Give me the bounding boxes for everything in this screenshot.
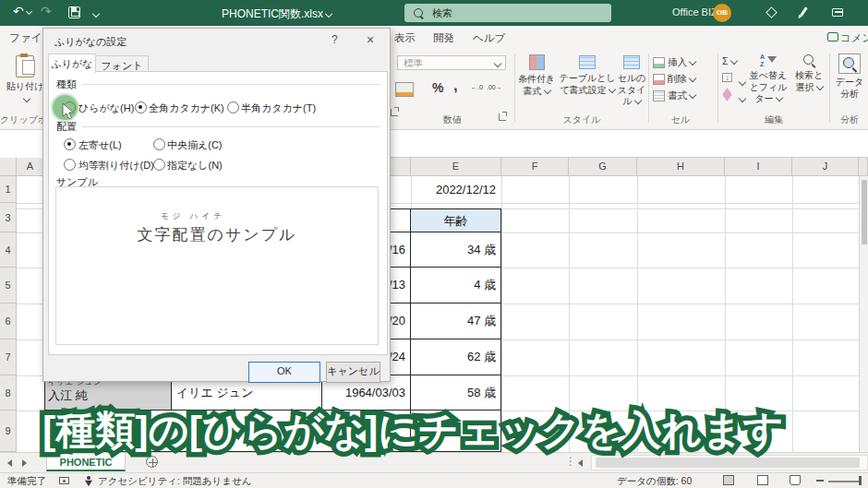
cell-e7[interactable]: 62 歳 [411,339,501,375]
select-all-corner[interactable] [0,158,17,176]
radio-fullwidth-katakana[interactable] [135,101,147,113]
cell-e3-age-header[interactable]: 年齢 [411,209,501,232]
zoom-out-icon[interactable] [816,480,824,482]
workbook-title[interactable]: PHONETIC関数.xlsx [222,6,332,22]
row-header-3[interactable]: 3 [0,203,17,232]
cell-e6[interactable]: 47 歳 [411,304,501,339]
radio-hiragana-label[interactable]: ひらがな(H) [78,101,134,115]
name-box[interactable] [0,130,43,158]
number-format-select[interactable]: 標準 [397,55,506,70]
ok-button[interactable]: OK [248,362,320,383]
decrease-decimal-icon[interactable]: .00→ [487,84,502,90]
redo-icon[interactable]: ↷ [41,4,52,18]
radio-align-none[interactable] [153,159,165,171]
tab-view[interactable]: 表示 [394,31,416,45]
row-header-5[interactable]: 5 [0,268,17,304]
radio-align-left[interactable] [64,138,76,150]
radio-halfwidth-katakana-label[interactable]: 半角カタカナ(T) [241,101,316,115]
diamond-icon[interactable] [766,6,778,18]
hidden-group-dialog-launcher-icon[interactable] [391,109,398,116]
avatar[interactable]: OB [713,4,731,22]
radio-align-justify-label[interactable]: 均等割り付け(D) [78,159,154,173]
sort-filter-button[interactable]: A Z 並べ替えとフィルター [746,54,790,105]
clear-icon[interactable] [722,88,731,101]
fill-icon[interactable]: ↓ [722,73,732,82]
radio-align-justify[interactable] [64,159,76,171]
save-icon[interactable] [68,6,80,18]
column-header-f[interactable]: F [501,158,569,176]
cell-styles-button[interactable]: セルのスタイル [613,54,650,108]
page-break-view-icon[interactable] [790,475,801,485]
radio-fullwidth-katakana-label[interactable]: 全角カタカナ(K) [149,101,224,115]
undo-icon[interactable]: ↶ [13,4,31,18]
normal-view-icon[interactable] [723,475,734,485]
row-header-7[interactable]: 7 [0,339,17,375]
increase-decimal-icon[interactable]: ←.0 [471,84,483,90]
radio-align-center-label[interactable]: 中央揃え(C) [167,138,223,152]
status-accessibility[interactable]: アクセシビリティ: 問題ありません [98,473,252,488]
tab-developer[interactable]: 開発 [433,31,454,45]
horizontal-scrollbar-thumb[interactable] [596,458,860,468]
clear-chevron-icon[interactable] [737,92,745,105]
tab-help[interactable]: ヘルプ [473,31,505,45]
cell-e4[interactable]: 34 歳 [411,232,501,268]
autosum-button[interactable]: Σ [722,55,737,66]
vertical-scrollbar-thumb[interactable] [862,180,867,244]
qat-customize-icon[interactable] [90,7,99,20]
column-header-h[interactable]: H [637,158,725,176]
column-header-j[interactable]: J [792,158,859,176]
sheet-nav-left-icon[interactable] [7,459,12,467]
column-header-e[interactable]: E [411,158,501,176]
format-icon [653,90,665,101]
radio-align-center[interactable] [153,138,165,150]
column-header-a[interactable]: A [17,158,44,176]
find-select-button[interactable]: 検索と選択 [790,54,827,93]
conditional-formatting-button[interactable]: 条件付き書式 [515,54,558,97]
page-layout-view-icon[interactable] [757,475,768,485]
cancel-button[interactable]: キャンセル [326,362,380,383]
percent-style-icon[interactable]: % [432,80,443,95]
macro-record-icon[interactable] [59,477,69,484]
dialog-tab-furigana[interactable]: ふりがな [48,54,96,73]
insert-cells-button[interactable]: 挿入 [653,56,695,69]
column-header-i[interactable]: I [725,158,792,176]
accounting-format-icon[interactable] [395,82,414,97]
column-header-g[interactable]: G [569,158,637,176]
paste-button[interactable]: 貼り付け [6,54,44,106]
radio-halfwidth-katakana[interactable] [227,101,239,113]
row-header-4[interactable]: 4 [0,232,17,268]
dialog-help-button[interactable]: ? [332,33,338,46]
radio-align-left-label[interactable]: 左寄せ(L) [78,138,122,152]
fill-chevron-icon[interactable] [737,76,745,89]
format-as-table-button[interactable]: テーブルとして書式設定 [558,54,617,96]
chevron-down-icon [689,91,696,99]
sheet-nav-right-icon[interactable] [22,459,27,467]
search-input[interactable]: 検索 [404,4,611,22]
pencil-icon[interactable] [800,6,807,16]
type-group-label: 種類 [56,77,77,91]
cell-e1[interactable]: 2022/12/12 [411,176,496,203]
comma-style-icon[interactable]: , [453,77,458,95]
radio-align-none-label[interactable]: 指定なし(N) [167,159,223,173]
dialog-close-button[interactable]: × [367,32,374,47]
chevron-down-icon [689,58,696,65]
horizontal-scrollbar[interactable] [591,455,868,470]
zoom-slider-handle[interactable] [859,476,862,485]
hscroll-left-icon[interactable] [578,459,583,467]
row-header-6[interactable]: 6 [0,304,17,339]
workbook-title-text: PHONETIC関数.xlsx [222,7,323,20]
ribbon-display-options-icon[interactable] [832,8,843,17]
add-sheet-icon[interactable] [146,456,158,468]
cell-styles-icon [623,55,640,69]
cell-e5[interactable]: 4 歳 [411,268,501,304]
number-dialog-launcher-icon[interactable] [499,113,506,121]
data-analysis-button[interactable]: データ分析 [833,54,866,100]
tab-scrollbar-splitter[interactable]: ⋮ [565,455,576,468]
row-header-9[interactable]: 9 [0,411,17,452]
delete-cells-button[interactable]: 削除 [653,73,695,86]
row-header-1[interactable]: 1 [0,176,17,203]
row-header-8[interactable]: 8 [0,375,17,411]
comments-button[interactable]: コメント [827,31,868,45]
format-cells-button[interactable]: 書式 [653,89,695,102]
zoom-slider[interactable] [828,481,862,482]
